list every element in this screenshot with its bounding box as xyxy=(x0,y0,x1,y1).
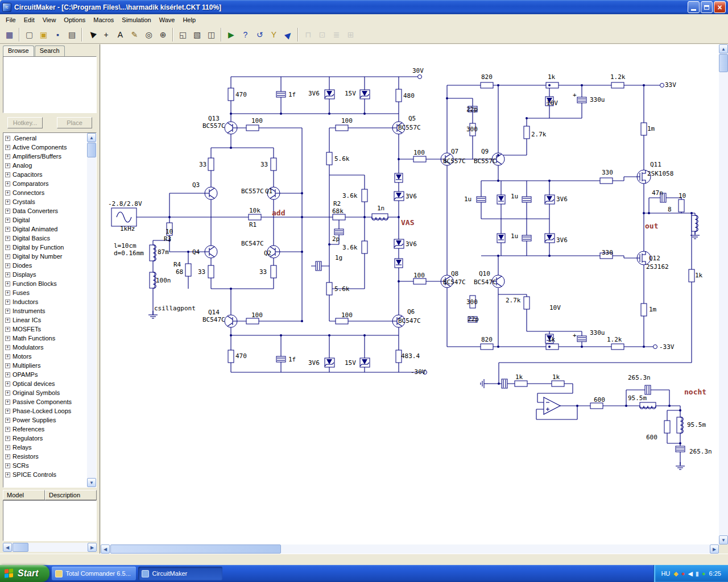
menu-options[interactable]: Options xyxy=(60,15,89,25)
capacitor-1u[interactable] xyxy=(522,235,531,241)
trace-tool-icon[interactable]: ▶ xyxy=(278,24,298,44)
schematic-label[interactable]: 3V6 xyxy=(556,196,568,203)
schematic-label[interactable]: 10 xyxy=(679,192,686,199)
zoom-window-icon[interactable]: ◱ xyxy=(176,28,190,41)
schematic-label[interactable]: 1k xyxy=(548,73,556,81)
canvas-vscroll-thumb[interactable] xyxy=(719,54,728,72)
taskbar-task-circuitmaker[interactable]: CircuitMaker xyxy=(138,567,222,580)
capacitor-1f[interactable] xyxy=(276,356,286,362)
tree-item--general[interactable]: .General xyxy=(3,134,87,143)
tree-item-mosfets[interactable]: MOSFETs xyxy=(3,325,87,334)
expand-icon[interactable] xyxy=(5,409,10,414)
schematic-label[interactable]: Q13 xyxy=(208,115,220,122)
language-indicator[interactable]: HU xyxy=(661,570,670,577)
inductor-100n[interactable] xyxy=(150,272,156,288)
schematic-label[interactable]: 600 xyxy=(594,396,605,404)
resistor-33[interactable] xyxy=(208,158,214,171)
schematic-label[interactable]: 1k xyxy=(515,373,523,381)
schematic-label[interactable]: nocht xyxy=(684,388,706,396)
tree-item-regulators[interactable]: Regulators xyxy=(3,434,87,443)
ground[interactable] xyxy=(481,379,488,388)
schematic-label[interactable]: out xyxy=(645,222,658,230)
expand-icon[interactable] xyxy=(5,436,10,441)
tree-item-amplifiers-buffers[interactable]: Amplifiers/Buffers xyxy=(3,152,87,161)
diode[interactable] xyxy=(497,234,505,243)
schematic-label[interactable]: BC557C xyxy=(202,122,225,130)
tab-search[interactable]: Search xyxy=(35,45,65,56)
schematic-sheet[interactable]: 30V4701f3V615V480Q13BC557C100100Q5BC557C… xyxy=(101,44,719,545)
expand-icon[interactable] xyxy=(5,418,10,423)
speaker-coil[interactable] xyxy=(692,215,698,231)
expand-icon[interactable] xyxy=(5,300,10,305)
schematic-label[interactable]: 87m xyxy=(158,248,169,256)
zoom-tool-icon[interactable]: ⊕ xyxy=(156,28,170,41)
restore-button[interactable] xyxy=(701,1,713,13)
expand-icon[interactable] xyxy=(5,354,10,359)
schematic-label[interactable]: BC557C xyxy=(443,157,466,165)
tree-item-fuses[interactable]: Fuses xyxy=(3,288,87,297)
schematic-label[interactable]: 1f xyxy=(288,91,296,98)
tree-item-relays[interactable]: Relays xyxy=(3,443,87,452)
tree-item-passive-components[interactable]: Passive Components xyxy=(3,397,87,406)
tree-item-references[interactable]: References xyxy=(3,425,87,434)
expand-icon[interactable] xyxy=(5,199,10,205)
expand-icon[interactable] xyxy=(5,336,10,341)
schematic-label[interactable]: 22p xyxy=(466,106,478,113)
resistor-330[interactable] xyxy=(600,178,613,184)
scroll-right-icon[interactable]: ▶ xyxy=(710,544,719,554)
inductor-95.5m[interactable] xyxy=(640,402,656,409)
expand-icon[interactable] xyxy=(5,181,10,186)
resistor-2.7k[interactable] xyxy=(524,297,530,309)
schematic-label[interactable]: 1f xyxy=(288,356,296,363)
schematic-label[interactable]: 30V xyxy=(412,67,424,74)
diode[interactable] xyxy=(497,195,505,204)
transistor-q3[interactable] xyxy=(205,187,217,199)
tree-item-diodes[interactable]: Diodes xyxy=(3,261,87,270)
ground[interactable] xyxy=(148,311,158,318)
resistor-100[interactable] xyxy=(246,125,259,131)
close-button[interactable]: × xyxy=(714,1,726,13)
opamp[interactable] xyxy=(544,397,560,414)
zener-3v6[interactable] xyxy=(394,239,404,248)
schematic-label[interactable]: 3V6 xyxy=(308,90,320,97)
schematic-canvas[interactable]: 30V4701f3V615V480Q13BC557C100100Q5BC557C… xyxy=(101,44,728,554)
description-tab[interactable]: Description xyxy=(45,490,97,500)
run-simulation-icon[interactable]: ▶ xyxy=(224,28,238,41)
schematic-label[interactable]: -2.8/2.8V xyxy=(108,200,142,207)
schematic-label[interactable]: 15V xyxy=(345,90,356,97)
resistor-r1-10k[interactable] xyxy=(249,214,261,220)
resistor-480[interactable] xyxy=(396,89,402,102)
capacitor[interactable] xyxy=(502,379,507,388)
tree-item-spice-controls[interactable]: SPICE Controls xyxy=(3,470,87,479)
schematic-label[interactable]: R4 xyxy=(173,261,181,268)
expand-icon[interactable] xyxy=(5,454,10,459)
tree-item-digital-animated[interactable]: Digital Animated xyxy=(3,225,87,234)
expand-icon[interactable] xyxy=(5,218,10,223)
tree-item-optical-devices[interactable]: Optical devices xyxy=(3,379,87,388)
capacitor-330u[interactable] xyxy=(577,97,586,103)
schematic-label[interactable]: 33V xyxy=(665,81,676,89)
expand-icon[interactable] xyxy=(5,254,10,259)
schematic-label[interactable]: d=0.16mm xyxy=(114,250,144,257)
schematic-label[interactable]: Q11 xyxy=(650,161,661,168)
schematic-label[interactable]: BC547C xyxy=(443,278,466,286)
schematic-label[interactable]: 1m xyxy=(647,125,655,132)
capacitor-1u[interactable] xyxy=(477,197,486,202)
capacitor-330u[interactable] xyxy=(577,336,586,342)
schematic-label[interactable]: 68k xyxy=(332,207,344,215)
tree-item-linear-ics[interactable]: Linear ICs xyxy=(3,315,87,325)
messenger-icon[interactable]: ● xyxy=(702,571,706,577)
resistor-600[interactable] xyxy=(590,403,603,409)
schematic-label[interactable]: BC557C xyxy=(398,124,421,131)
canvas-hscrollbar[interactable]: ◀ ▶ xyxy=(101,544,719,554)
schematic-label[interactable]: 265.3n xyxy=(628,374,651,381)
schematic-label[interactable]: 33 xyxy=(198,268,205,276)
schematic-label[interactable]: 68 xyxy=(176,268,183,276)
schematic-label[interactable]: 3V6 xyxy=(406,193,417,200)
menu-macros[interactable]: Macros xyxy=(89,15,118,25)
resistor-1k[interactable] xyxy=(546,344,559,350)
tree-item-connectors[interactable]: Connectors xyxy=(3,188,87,197)
tree-item-digital[interactable]: Digital xyxy=(3,215,87,225)
schematic-label[interactable]: Q1 xyxy=(265,188,272,195)
tree-item-multipliers[interactable]: Multipliers xyxy=(3,361,87,370)
